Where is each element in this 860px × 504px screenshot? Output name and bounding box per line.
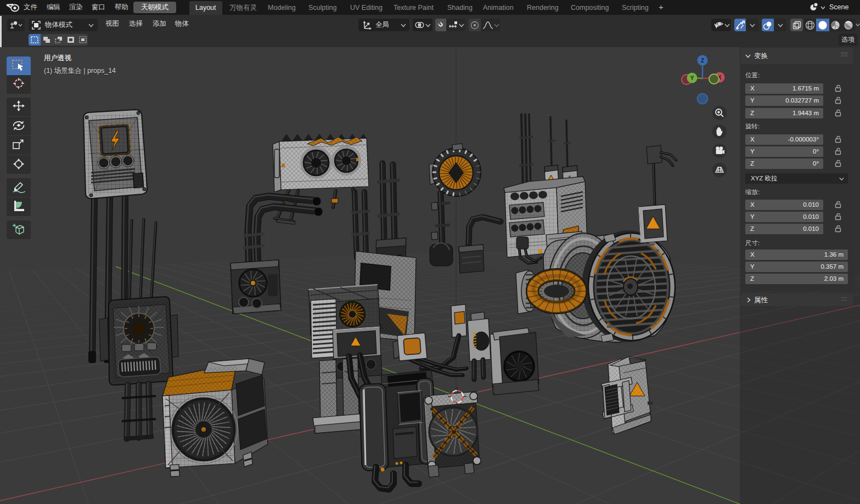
svg-text:Z: Z: [701, 58, 704, 64]
svg-text:Y: Y: [690, 75, 694, 81]
